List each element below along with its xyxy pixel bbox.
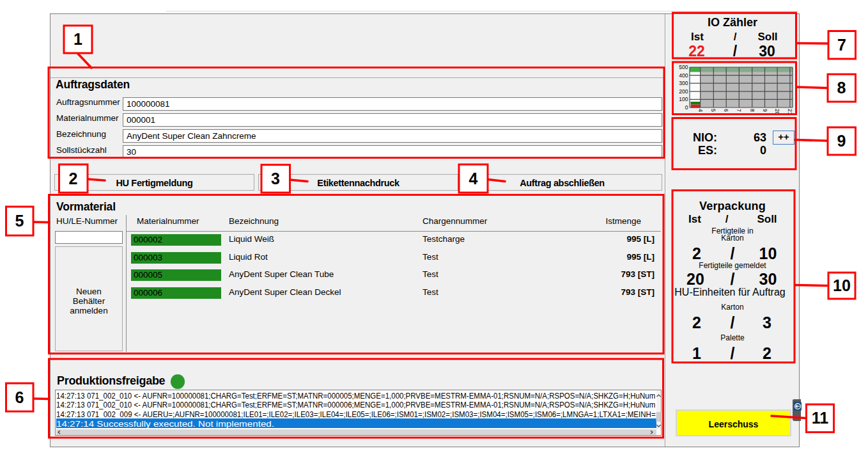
svg-text:4: 4	[469, 170, 478, 187]
svg-text:6: 6	[15, 388, 24, 406]
svg-text:1: 1	[74, 30, 82, 48]
svg-text:2: 2	[69, 170, 78, 187]
svg-text:10: 10	[833, 276, 851, 294]
svg-text:5: 5	[15, 212, 24, 230]
svg-text:11: 11	[812, 409, 829, 427]
svg-text:3: 3	[271, 170, 280, 187]
svg-text:9: 9	[837, 132, 846, 150]
svg-text:8: 8	[837, 79, 846, 97]
svg-text:7: 7	[837, 36, 846, 54]
